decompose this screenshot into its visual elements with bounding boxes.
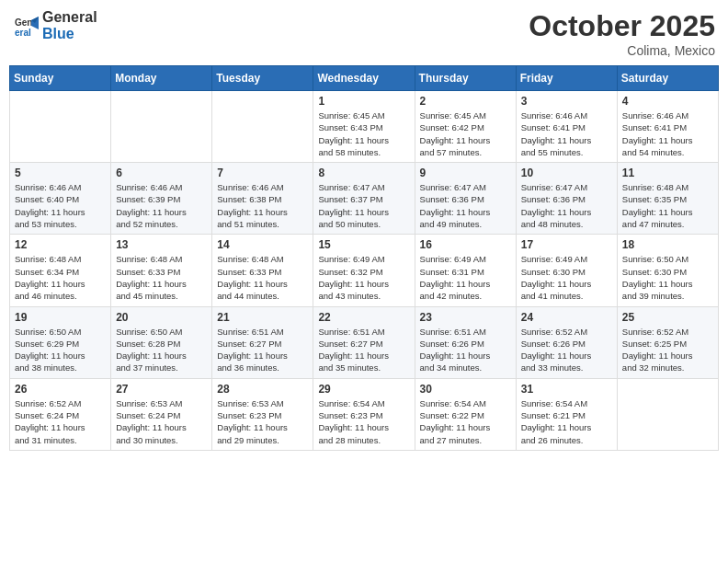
day-info: Sunrise: 6:48 AM Sunset: 6:35 PM Dayligh… — [622, 181, 713, 230]
day-of-week-header: Tuesday — [212, 66, 313, 91]
calendar-cell: 14Sunrise: 6:48 AM Sunset: 6:33 PM Dayli… — [212, 235, 313, 306]
day-number: 16 — [420, 238, 511, 251]
calendar-cell: 2Sunrise: 6:45 AM Sunset: 6:42 PM Daylig… — [415, 91, 516, 163]
svg-text:eral: eral — [15, 28, 31, 38]
day-number: 31 — [521, 383, 612, 396]
day-info: Sunrise: 6:50 AM Sunset: 6:30 PM Dayligh… — [622, 253, 713, 302]
day-number: 21 — [217, 311, 308, 324]
calendar-cell — [10, 91, 111, 163]
day-info: Sunrise: 6:54 AM Sunset: 6:23 PM Dayligh… — [318, 397, 409, 446]
day-info: Sunrise: 6:51 AM Sunset: 6:27 PM Dayligh… — [318, 326, 409, 374]
calendar-week-row: 1Sunrise: 6:45 AM Sunset: 6:43 PM Daylig… — [10, 91, 719, 163]
calendar-cell: 22Sunrise: 6:51 AM Sunset: 6:27 PM Dayli… — [313, 306, 415, 378]
day-number: 18 — [622, 238, 713, 251]
calendar-cell: 18Sunrise: 6:50 AM Sunset: 6:30 PM Dayli… — [617, 235, 718, 306]
title-block: October 2025 Colima, Mexico — [529, 9, 715, 58]
calendar-cell: 26Sunrise: 6:52 AM Sunset: 6:24 PM Dayli… — [10, 378, 111, 450]
day-of-week-header: Friday — [516, 66, 617, 91]
day-of-week-header: Wednesday — [313, 66, 415, 91]
day-number: 17 — [521, 238, 612, 251]
day-info: Sunrise: 6:47 AM Sunset: 6:36 PM Dayligh… — [521, 181, 612, 230]
calendar-cell: 4Sunrise: 6:46 AM Sunset: 6:41 PM Daylig… — [617, 91, 718, 163]
day-number: 25 — [622, 311, 713, 324]
day-number: 24 — [521, 311, 612, 324]
calendar-week-row: 12Sunrise: 6:48 AM Sunset: 6:34 PM Dayli… — [10, 235, 719, 306]
day-info: Sunrise: 6:53 AM Sunset: 6:23 PM Dayligh… — [217, 397, 308, 446]
calendar-cell: 8Sunrise: 6:47 AM Sunset: 6:37 PM Daylig… — [313, 163, 415, 235]
calendar-week-row: 5Sunrise: 6:46 AM Sunset: 6:40 PM Daylig… — [10, 163, 719, 235]
calendar-header-row: SundayMondayTuesdayWednesdayThursdayFrid… — [10, 66, 719, 91]
day-number: 20 — [116, 311, 207, 324]
day-number: 27 — [116, 383, 207, 396]
day-number: 8 — [318, 167, 409, 179]
day-info: Sunrise: 6:46 AM Sunset: 6:41 PM Dayligh… — [622, 109, 713, 158]
day-info: Sunrise: 6:47 AM Sunset: 6:37 PM Dayligh… — [318, 181, 409, 230]
logo: Gen eral General Blue — [13, 9, 97, 41]
calendar-cell: 10Sunrise: 6:47 AM Sunset: 6:36 PM Dayli… — [516, 163, 617, 235]
calendar-cell — [617, 378, 718, 450]
calendar-table: SundayMondayTuesdayWednesdayThursdayFrid… — [9, 65, 719, 451]
day-info: Sunrise: 6:49 AM Sunset: 6:30 PM Dayligh… — [521, 253, 612, 302]
calendar-cell: 31Sunrise: 6:54 AM Sunset: 6:21 PM Dayli… — [516, 378, 617, 450]
page-header: Gen eral General Blue October 2025 Colim… — [9, 9, 719, 58]
day-number: 23 — [420, 311, 511, 324]
day-number: 12 — [15, 238, 106, 251]
logo-general: General — [42, 9, 97, 26]
calendar-week-row: 26Sunrise: 6:52 AM Sunset: 6:24 PM Dayli… — [10, 378, 719, 450]
day-info: Sunrise: 6:46 AM Sunset: 6:41 PM Dayligh… — [521, 109, 612, 158]
day-of-week-header: Monday — [111, 66, 212, 91]
day-number: 9 — [420, 167, 511, 179]
day-info: Sunrise: 6:52 AM Sunset: 6:26 PM Dayligh… — [521, 326, 612, 374]
day-info: Sunrise: 6:46 AM Sunset: 6:38 PM Dayligh… — [217, 181, 308, 230]
calendar-cell: 15Sunrise: 6:49 AM Sunset: 6:32 PM Dayli… — [313, 235, 415, 306]
day-info: Sunrise: 6:54 AM Sunset: 6:22 PM Dayligh… — [420, 397, 511, 446]
day-of-week-header: Thursday — [415, 66, 516, 91]
calendar-cell: 17Sunrise: 6:49 AM Sunset: 6:30 PM Dayli… — [516, 235, 617, 306]
day-number: 2 — [420, 95, 511, 108]
calendar-cell: 27Sunrise: 6:53 AM Sunset: 6:24 PM Dayli… — [111, 378, 212, 450]
calendar-cell: 19Sunrise: 6:50 AM Sunset: 6:29 PM Dayli… — [10, 306, 111, 378]
calendar-cell: 6Sunrise: 6:46 AM Sunset: 6:39 PM Daylig… — [111, 163, 212, 235]
day-info: Sunrise: 6:54 AM Sunset: 6:21 PM Dayligh… — [521, 397, 612, 446]
calendar-cell: 24Sunrise: 6:52 AM Sunset: 6:26 PM Dayli… — [516, 306, 617, 378]
calendar-cell: 7Sunrise: 6:46 AM Sunset: 6:38 PM Daylig… — [212, 163, 313, 235]
day-info: Sunrise: 6:51 AM Sunset: 6:27 PM Dayligh… — [217, 326, 308, 374]
day-info: Sunrise: 6:46 AM Sunset: 6:39 PM Dayligh… — [116, 181, 207, 230]
day-info: Sunrise: 6:45 AM Sunset: 6:42 PM Dayligh… — [420, 109, 511, 158]
calendar-cell: 29Sunrise: 6:54 AM Sunset: 6:23 PM Dayli… — [313, 378, 415, 450]
calendar-cell: 25Sunrise: 6:52 AM Sunset: 6:25 PM Dayli… — [617, 306, 718, 378]
day-number: 3 — [521, 95, 612, 108]
day-info: Sunrise: 6:47 AM Sunset: 6:36 PM Dayligh… — [420, 181, 511, 230]
calendar-cell: 9Sunrise: 6:47 AM Sunset: 6:36 PM Daylig… — [415, 163, 516, 235]
calendar-cell: 21Sunrise: 6:51 AM Sunset: 6:27 PM Dayli… — [212, 306, 313, 378]
month-title: October 2025 — [529, 9, 715, 43]
calendar-cell: 13Sunrise: 6:48 AM Sunset: 6:33 PM Dayli… — [111, 235, 212, 306]
day-of-week-header: Sunday — [10, 66, 111, 91]
calendar-cell: 12Sunrise: 6:48 AM Sunset: 6:34 PM Dayli… — [10, 235, 111, 306]
day-number: 10 — [521, 167, 612, 179]
day-number: 14 — [217, 238, 308, 251]
location: Colima, Mexico — [529, 43, 715, 58]
logo-icon: Gen eral — [13, 13, 39, 39]
day-info: Sunrise: 6:46 AM Sunset: 6:40 PM Dayligh… — [15, 181, 106, 230]
calendar-cell: 5Sunrise: 6:46 AM Sunset: 6:40 PM Daylig… — [10, 163, 111, 235]
day-info: Sunrise: 6:49 AM Sunset: 6:31 PM Dayligh… — [420, 253, 511, 302]
day-info: Sunrise: 6:48 AM Sunset: 6:33 PM Dayligh… — [116, 253, 207, 302]
day-info: Sunrise: 6:53 AM Sunset: 6:24 PM Dayligh… — [116, 397, 207, 446]
day-number: 26 — [15, 383, 106, 396]
day-number: 13 — [116, 238, 207, 251]
day-number: 30 — [420, 383, 511, 396]
calendar-cell: 16Sunrise: 6:49 AM Sunset: 6:31 PM Dayli… — [415, 235, 516, 306]
day-number: 1 — [318, 95, 409, 108]
day-info: Sunrise: 6:48 AM Sunset: 6:34 PM Dayligh… — [15, 253, 106, 302]
day-number: 15 — [318, 238, 409, 251]
calendar-cell: 11Sunrise: 6:48 AM Sunset: 6:35 PM Dayli… — [617, 163, 718, 235]
day-info: Sunrise: 6:49 AM Sunset: 6:32 PM Dayligh… — [318, 253, 409, 302]
day-info: Sunrise: 6:45 AM Sunset: 6:43 PM Dayligh… — [318, 109, 409, 158]
day-info: Sunrise: 6:51 AM Sunset: 6:26 PM Dayligh… — [420, 326, 511, 374]
day-number: 28 — [217, 383, 308, 396]
calendar-cell — [212, 91, 313, 163]
calendar-cell: 3Sunrise: 6:46 AM Sunset: 6:41 PM Daylig… — [516, 91, 617, 163]
calendar-cell: 28Sunrise: 6:53 AM Sunset: 6:23 PM Dayli… — [212, 378, 313, 450]
day-number: 4 — [622, 95, 713, 108]
